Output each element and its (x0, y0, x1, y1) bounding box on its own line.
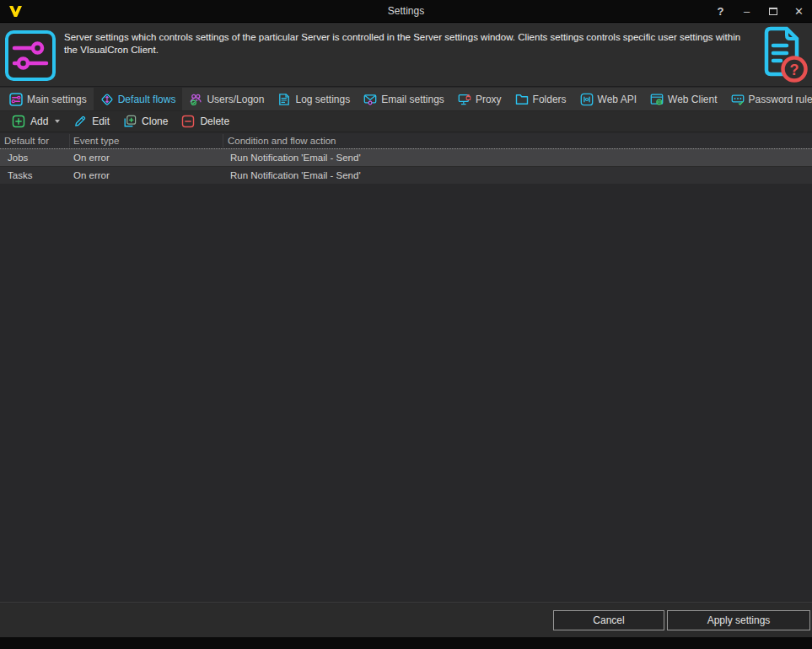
settings-tab-bar: Main settings Default flows Users/Logon (0, 88, 812, 111)
add-plus-icon (12, 115, 25, 128)
chevron-down-icon[interactable] (55, 120, 60, 123)
help-button[interactable]: ? (707, 0, 734, 23)
tab-proxy[interactable]: Proxy (451, 88, 508, 110)
clone-copy-icon (123, 115, 137, 128)
sliders-icon (9, 93, 23, 106)
grid-column-headers: Default for Event type Condition and flo… (0, 133, 812, 148)
tab-password-rules[interactable]: Password rules (724, 88, 812, 110)
folder-icon (515, 93, 529, 106)
column-header-condition[interactable]: Condition and flow action (228, 133, 336, 148)
column-header-default-for[interactable]: Default for (4, 133, 49, 148)
edit-label: Edit (92, 115, 110, 127)
tab-email-settings[interactable]: Email settings (357, 88, 451, 110)
flow-diamond-icon (100, 93, 114, 106)
svg-text:?: ? (790, 62, 799, 78)
settings-window: Settings ? – ✕ Server settings which con… (0, 0, 812, 649)
tab-label: Web Client (668, 94, 717, 105)
add-button[interactable]: Add (5, 111, 67, 132)
table-row-jobs[interactable]: Jobs On error Run Notification 'Email - … (0, 148, 812, 166)
tab-label: Email settings (381, 94, 444, 105)
tab-main-settings[interactable]: Main settings (3, 88, 94, 110)
tab-users-logon[interactable]: Users/Logon (182, 88, 271, 110)
header-description: Server settings which controls settings … (64, 31, 745, 56)
tab-log-settings[interactable]: Log settings (271, 88, 357, 110)
tab-label: Password rules (749, 94, 812, 105)
window-title: Settings (0, 0, 812, 23)
log-document-icon (277, 93, 291, 106)
add-label: Add (30, 115, 48, 127)
titlebar: Settings ? – ✕ (0, 0, 812, 23)
cell-event-type: On error (73, 167, 110, 185)
tab-label: Folders (533, 94, 567, 105)
document-help-icon[interactable]: ? (757, 25, 809, 84)
clone-button[interactable]: Clone (116, 111, 175, 132)
grid-toolbar: Add Edit Clone Delete (0, 111, 812, 132)
tab-default-flows[interactable]: Default flows (94, 88, 183, 110)
edit-button[interactable]: Edit (67, 111, 116, 132)
apply-settings-button[interactable]: Apply settings (667, 610, 810, 630)
password-check-icon (731, 93, 745, 106)
window-controls: ? – ✕ (707, 0, 812, 23)
table-row-tasks[interactable]: Tasks On error Run Notification 'Email -… (0, 166, 812, 184)
delete-label: Delete (200, 115, 229, 127)
edit-pencil-icon (73, 115, 87, 128)
tab-label: Users/Logon (207, 94, 264, 105)
close-button[interactable]: ✕ (786, 0, 812, 23)
maximize-icon (769, 8, 777, 15)
monitor-lock-icon (458, 93, 471, 106)
header-panel: Server settings which controls settings … (0, 24, 812, 87)
column-divider (223, 134, 223, 148)
window-bottom-strip (0, 637, 812, 649)
cell-default-for: Jobs (8, 149, 28, 167)
cell-condition: Run Notification 'Email - Send' (230, 149, 361, 167)
users-icon (189, 93, 202, 106)
tab-label: Main settings (27, 94, 87, 105)
tab-label: Log settings (295, 94, 350, 105)
grid-empty-area (0, 184, 812, 603)
tab-folders[interactable]: Folders (508, 88, 573, 110)
settings-sliders-icon (5, 30, 56, 81)
delete-button[interactable]: Delete (175, 111, 236, 132)
maximize-button[interactable] (760, 0, 786, 23)
tab-label: Web API (598, 94, 637, 105)
column-header-event-type[interactable]: Event type (73, 133, 119, 148)
email-gear-icon (363, 93, 377, 106)
cancel-button[interactable]: Cancel (553, 610, 664, 630)
cell-condition: Run Notification 'Email - Send' (230, 167, 361, 185)
cell-event-type: On error (73, 149, 110, 167)
tab-web-api[interactable]: Web API (573, 88, 643, 110)
tab-web-client[interactable]: Web Client (643, 88, 723, 110)
clone-label: Clone (142, 115, 168, 127)
tab-label: Proxy (476, 94, 502, 105)
cell-default-for: Tasks (8, 167, 32, 185)
minimize-button[interactable]: – (734, 0, 760, 23)
column-divider (69, 134, 70, 148)
binary-square-icon (580, 93, 594, 106)
tab-label: Default flows (118, 94, 176, 105)
footer-bar: Cancel Apply settings (0, 603, 812, 637)
delete-minus-icon (181, 115, 195, 128)
browser-globe-icon (650, 93, 664, 106)
